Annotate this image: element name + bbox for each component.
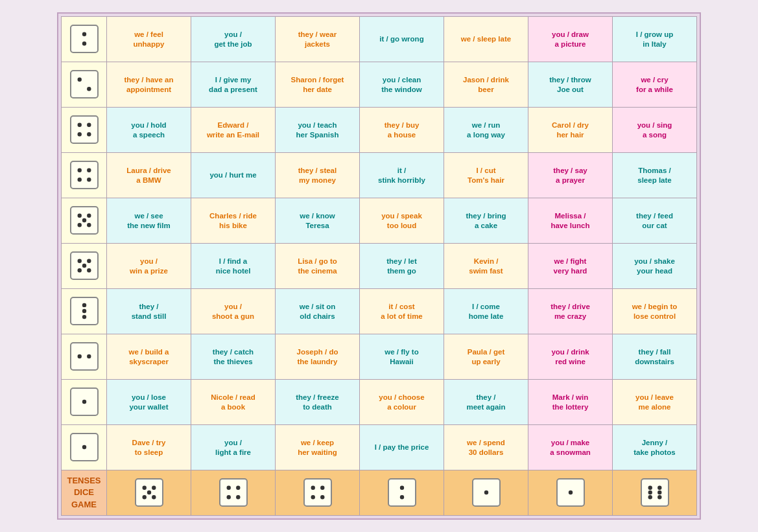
cell-8-3: you / choosea colour — [360, 380, 444, 425]
cell-4-6: they / feedour cat — [613, 198, 697, 244]
svg-point-12 — [77, 213, 81, 217]
row-0: we / feelunhappyyou /get the jobthey / w… — [62, 17, 697, 62]
svg-point-42 — [399, 485, 403, 489]
cell-9-6: Jenny /take photos — [613, 425, 697, 470]
dice-3 — [62, 153, 107, 198]
row-1: they / have anappointmentI / give mydad … — [62, 62, 697, 108]
cell-4-4: they / bringa cake — [444, 198, 528, 244]
cell-2-1: Edward /write an E-mail — [191, 108, 276, 153]
cell-8-5: Mark / winthe lottery — [528, 380, 613, 425]
svg-point-11 — [87, 178, 91, 181]
cell-2-0: you / holda speech — [107, 108, 191, 153]
bottom-dice-5 — [444, 470, 528, 516]
dice-0 — [62, 17, 107, 62]
cell-1-5: they / throwJoe out — [528, 62, 613, 108]
cell-8-2: they / freezeto death — [276, 380, 360, 425]
cell-9-4: we / spend30 dollars — [444, 425, 528, 470]
svg-point-1 — [82, 41, 86, 45]
cell-6-4: I / comehome late — [444, 289, 528, 334]
row-3: Laura / drivea BMWyou / hurt methey / st… — [62, 153, 697, 198]
svg-point-22 — [82, 303, 86, 306]
bottom-dice-4 — [360, 470, 444, 516]
dice-2 — [62, 108, 107, 153]
cell-1-4: Jason / drinkbeer — [444, 62, 528, 108]
dice-6 — [62, 289, 107, 334]
cell-8-4: they /meet again — [444, 380, 528, 425]
cell-2-5: Carol / dryher hair — [528, 108, 613, 153]
svg-point-27 — [82, 399, 86, 403]
svg-point-35 — [236, 485, 240, 489]
cell-6-6: we / begin tolose control — [613, 289, 697, 334]
cell-3-3: it /stink horribly — [360, 153, 444, 198]
svg-point-0 — [82, 32, 86, 36]
cell-0-4: we / sleep late — [444, 17, 528, 62]
row-8: you / loseyour walletNicole / reada book… — [62, 380, 697, 425]
game-label: TENSESDICEGAME — [62, 470, 107, 516]
svg-point-23 — [82, 308, 86, 312]
svg-point-10 — [77, 178, 81, 181]
svg-point-50 — [648, 490, 652, 494]
dice-5 — [62, 244, 107, 289]
cell-0-3: it / go wrong — [360, 17, 444, 62]
svg-point-14 — [82, 218, 86, 222]
bottom-dice-6 — [528, 470, 613, 516]
cell-2-3: they / buya house — [360, 108, 444, 153]
svg-point-32 — [142, 495, 146, 499]
svg-point-36 — [226, 495, 230, 499]
cell-8-6: you / leaveme alone — [613, 380, 697, 425]
row-2: you / holda speechEdward /write an E-mai… — [62, 108, 697, 153]
svg-point-19 — [82, 263, 86, 267]
cell-4-1: Charles / ridehis bike — [191, 198, 276, 244]
cell-5-2: Lisa / go tothe cinema — [276, 244, 360, 289]
cell-0-0: we / feelunhappy — [107, 17, 191, 62]
cell-5-4: Kevin /swim fast — [444, 244, 528, 289]
svg-point-38 — [311, 485, 314, 489]
dice-7 — [62, 334, 107, 380]
svg-point-25 — [77, 354, 81, 358]
svg-point-8 — [77, 168, 81, 172]
svg-point-28 — [82, 445, 86, 448]
bottom-dice-2 — [191, 470, 276, 516]
cell-3-2: they / stealmy money — [276, 153, 360, 198]
cell-3-1: you / hurt me — [191, 153, 276, 198]
svg-point-51 — [657, 490, 661, 494]
cell-3-5: they / saya prayer — [528, 153, 613, 198]
cell-9-2: we / keepher waiting — [276, 425, 360, 470]
svg-point-31 — [147, 490, 150, 494]
svg-point-46 — [648, 485, 652, 489]
bottom-row: TENSESDICEGAME — [62, 470, 697, 516]
svg-point-15 — [77, 223, 81, 227]
svg-point-34 — [226, 485, 230, 489]
game-table: col 1 col 2 col 3 col 4 col 5 col 6 col … — [61, 16, 697, 516]
svg-point-16 — [87, 223, 91, 227]
dice-9 — [62, 425, 107, 470]
svg-point-26 — [87, 354, 91, 358]
dice-4 — [62, 198, 107, 244]
svg-point-13 — [87, 213, 91, 217]
cell-4-0: we / seethe new film — [107, 198, 191, 244]
cell-0-5: you / drawa picture — [528, 17, 613, 62]
svg-point-4 — [77, 122, 81, 126]
cell-5-3: they / letthem go — [360, 244, 444, 289]
cell-6-5: they / driveme crazy — [528, 289, 613, 334]
dice-8 — [62, 380, 107, 425]
svg-point-17 — [77, 259, 81, 262]
cell-1-0: they / have anappointment — [107, 62, 191, 108]
cell-5-5: we / fightvery hard — [528, 244, 613, 289]
svg-point-20 — [77, 268, 81, 272]
bottom-dice-7 — [613, 470, 697, 516]
svg-point-30 — [152, 485, 156, 489]
svg-point-2 — [77, 77, 81, 81]
svg-point-44 — [484, 490, 488, 494]
svg-point-39 — [320, 485, 324, 489]
cell-9-1: you /light a fire — [191, 425, 276, 470]
svg-point-18 — [87, 259, 91, 262]
svg-point-48 — [648, 495, 652, 499]
svg-point-9 — [87, 168, 91, 172]
cell-7-1: they / catchthe thieves — [191, 334, 276, 380]
cell-5-0: you /win a prize — [107, 244, 191, 289]
cell-3-0: Laura / drivea BMW — [107, 153, 191, 198]
svg-point-40 — [311, 495, 314, 499]
row-7: we / build askyscraperthey / catchthe th… — [62, 334, 697, 380]
main-container: col 1 col 2 col 3 col 4 col 5 col 6 col … — [57, 12, 701, 520]
